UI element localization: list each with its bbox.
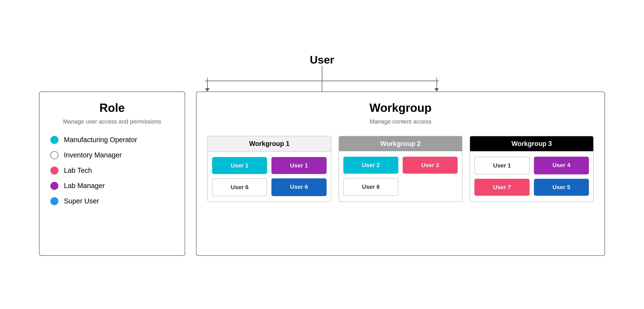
role-item-labmanager: Lab Manager bbox=[50, 182, 174, 190]
wg3-header: Workgroup 3 bbox=[470, 136, 593, 151]
wg1-user1-teal: User 1 bbox=[212, 157, 267, 174]
arrowhead-left bbox=[205, 88, 210, 92]
role-item-labtech: Lab Tech bbox=[50, 167, 174, 175]
user-node: User bbox=[310, 53, 334, 66]
arrow-left bbox=[205, 78, 210, 92]
dot-inventory-manager bbox=[50, 151, 58, 159]
role-item-inventory: Inventory Manager bbox=[50, 151, 174, 159]
h-line bbox=[205, 81, 439, 81]
role-label-manufacturing: Manufacturing Operator bbox=[64, 136, 137, 144]
workgroup-3-box: Workgroup 3 User 1 User 4 User 7 User 5 bbox=[470, 136, 594, 202]
wg3-user7-pink: User 7 bbox=[474, 179, 529, 196]
role-item-superuser: Super User bbox=[50, 197, 174, 205]
workgroup-panel: Workgroup Manage content access Workgrou… bbox=[196, 92, 605, 256]
wg1-header: Workgroup 1 bbox=[208, 136, 331, 152]
line-from-user bbox=[322, 66, 322, 81]
dot-lab-tech bbox=[50, 167, 58, 175]
wg2-header: Workgroup 2 bbox=[339, 136, 462, 151]
workgroup-panel-title: Workgroup bbox=[207, 101, 594, 115]
wg1-user6-white: User 6 bbox=[212, 178, 267, 196]
wg2-user3-pink: User 3 bbox=[403, 157, 458, 174]
wg2-user2-teal: User 2 bbox=[343, 157, 398, 174]
wg3-users: User 1 User 4 User 7 User 5 bbox=[470, 151, 593, 201]
wg2-users: User 2 User 3 User 6 bbox=[339, 151, 462, 201]
role-panel: Role Manage user access and permissions … bbox=[39, 92, 185, 256]
workgroup-2-box: Workgroup 2 User 2 User 3 User 6 bbox=[338, 136, 462, 202]
role-label-inventory: Inventory Manager bbox=[64, 151, 122, 159]
dot-lab-manager bbox=[50, 182, 58, 190]
role-panel-title: Role bbox=[50, 101, 174, 115]
role-panel-subtitle: Manage user access and permissions bbox=[50, 118, 174, 125]
workgroup-1-box: Workgroup 1 User 1 User 1 User 6 User 6 bbox=[207, 136, 331, 202]
dot-super-user bbox=[50, 197, 58, 205]
role-label-superuser: Super User bbox=[64, 197, 99, 205]
role-label-labtech: Lab Tech bbox=[64, 167, 92, 174]
v-line-right bbox=[436, 78, 437, 88]
wg3-user4-purple: User 4 bbox=[534, 157, 589, 174]
role-list: Manufacturing Operator Inventory Manager… bbox=[50, 136, 174, 205]
panels-row: Role Manage user access and permissions … bbox=[39, 92, 605, 256]
v-line-left bbox=[207, 78, 208, 88]
wg3-user5-blue: User 5 bbox=[534, 179, 589, 196]
wg1-user6-blue: User 6 bbox=[272, 178, 326, 196]
wg2-user6-white: User 6 bbox=[343, 178, 398, 196]
workgroup-groups-row: Workgroup 1 User 1 User 1 User 6 User 6 … bbox=[207, 136, 594, 202]
arrow-right bbox=[434, 78, 439, 92]
wg3-user1-white: User 1 bbox=[474, 157, 529, 174]
branch-connector bbox=[176, 81, 468, 92]
role-item-manufacturing: Manufacturing Operator bbox=[50, 136, 174, 144]
wg1-user1-purple: User 1 bbox=[272, 157, 326, 174]
arrowhead-right bbox=[434, 88, 439, 92]
wg1-users: User 1 User 1 User 6 User 6 bbox=[208, 152, 331, 202]
user-label: User bbox=[310, 53, 334, 66]
dot-manufacturing-operator bbox=[50, 136, 58, 144]
workgroup-panel-subtitle: Manage content access bbox=[207, 118, 594, 125]
role-label-labmanager: Lab Manager bbox=[64, 182, 105, 190]
diagram-container: User Role Manage user access and permiss… bbox=[30, 53, 614, 256]
